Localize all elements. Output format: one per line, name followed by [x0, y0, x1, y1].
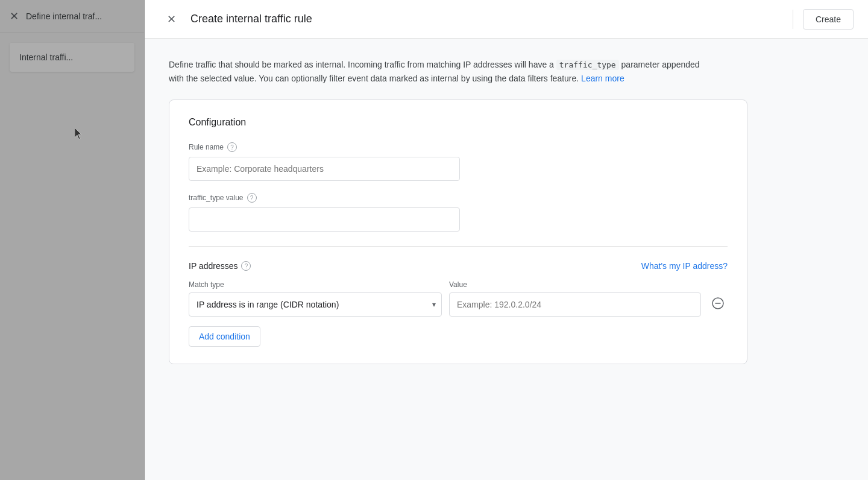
ip-help-icon[interactable]: ? — [241, 261, 251, 271]
match-type-label: Match type — [189, 280, 442, 289]
modal-title: Create internal traffic rule — [190, 13, 783, 25]
rule-name-label: Rule name ? — [189, 142, 728, 152]
traffic-type-input[interactable]: internal — [189, 207, 460, 232]
modal-body: Define traffic that should be marked as … — [145, 39, 868, 480]
close-icon: ✕ — [167, 13, 176, 26]
create-button[interactable]: Create — [803, 9, 854, 30]
modal-close-button[interactable]: ✕ — [159, 7, 183, 31]
ip-section-header: IP addresses ? What's my IP address? — [189, 261, 728, 271]
learn-more-link[interactable]: Learn more — [581, 74, 624, 83]
traffic-type-field: traffic_type value ? internal — [189, 193, 728, 232]
ip-section-title: IP addresses ? — [189, 261, 251, 271]
match-type-field: Match type IP address is in range (CIDR … — [189, 280, 442, 317]
value-input[interactable] — [449, 292, 701, 317]
header-divider — [793, 10, 793, 29]
rule-name-help-icon[interactable]: ? — [227, 142, 237, 152]
config-section-title: Configuration — [189, 117, 728, 128]
configuration-card: Configuration Rule name ? traffic_type v… — [169, 99, 747, 364]
form-divider — [189, 246, 728, 247]
traffic-type-label: traffic_type value ? — [189, 193, 728, 203]
description-code: traffic_type — [556, 60, 619, 70]
add-condition-button[interactable]: Add condition — [189, 326, 260, 347]
description-part1: Define traffic that should be marked as … — [169, 60, 556, 69]
remove-icon — [712, 297, 724, 311]
value-field: Value — [449, 280, 701, 317]
modal-dialog: ✕ Create internal traffic rule Create De… — [145, 0, 868, 480]
remove-condition-button[interactable] — [708, 294, 728, 314]
match-type-select-wrapper: IP address is in range (CIDR notation) I… — [189, 292, 442, 317]
whats-my-ip-link[interactable]: What's my IP address? — [641, 261, 728, 271]
rule-name-input[interactable] — [189, 157, 460, 181]
value-label: Value — [449, 280, 701, 289]
match-type-select[interactable]: IP address is in range (CIDR notation) I… — [189, 292, 442, 317]
traffic-type-help-icon[interactable]: ? — [247, 193, 257, 203]
rule-name-field: Rule name ? — [189, 142, 728, 181]
description-text: Define traffic that should be marked as … — [169, 58, 711, 85]
condition-row: Match type IP address is in range (CIDR … — [189, 280, 728, 317]
modal-header: ✕ Create internal traffic rule Create — [145, 0, 868, 39]
